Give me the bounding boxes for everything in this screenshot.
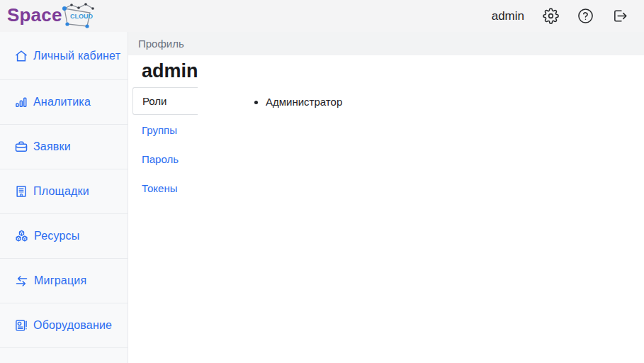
transfer-arrows-icon (14, 274, 29, 289)
current-user-label: admin (492, 9, 524, 23)
main-content: admin Роли Группы Пароль Токены Админист… (128, 55, 644, 363)
briefcase-icon (14, 140, 28, 154)
sidebar-item-label: Заявки (33, 140, 71, 153)
building-icon (14, 184, 28, 199)
sidebar-item-equipment[interactable]: Оборудование (0, 303, 128, 348)
hardware-icon (14, 318, 28, 333)
tab-tokens[interactable]: Токены (132, 174, 198, 203)
app-logo[interactable]: Space CLOUD (7, 1, 97, 31)
sidebar-nav: Личный кабинет Аналитика Заявки (0, 32, 128, 363)
sidebar-item-requests[interactable]: Заявки (0, 125, 128, 169)
sidebar-item-label: Аналитика (33, 96, 91, 108)
sidebar-item-personal-cabinet[interactable]: Личный кабинет (0, 32, 128, 80)
brand-badge-text: CLOUD (70, 13, 93, 20)
help-button[interactable] (577, 8, 594, 24)
sidebar-item-migration[interactable]: Миграция (0, 259, 128, 303)
tab-roles[interactable]: Роли (132, 87, 198, 115)
logout-button[interactable] (612, 8, 629, 24)
role-item: Администратор (266, 95, 644, 108)
cubes-icon (14, 229, 29, 244)
page-title: admin (142, 60, 644, 82)
roles-tab-panel: Администратор (198, 86, 644, 203)
profile-tabs: Роли Группы Пароль Токены (132, 86, 198, 203)
profile-body: Роли Группы Пароль Токены Администратор (128, 86, 644, 203)
sidebar-item-resources[interactable]: Ресурсы (0, 214, 128, 259)
header-actions: admin (492, 8, 629, 24)
breadcrumb-current: Профиль (138, 38, 184, 50)
roles-list: Администратор (198, 95, 644, 108)
settings-button[interactable] (543, 8, 559, 24)
bar-chart-icon (14, 95, 28, 109)
brand-name: Space (7, 1, 62, 29)
cloud-constellation-icon: CLOUD (60, 3, 97, 31)
sidebar-item-label: Миграция (34, 274, 86, 287)
logout-icon (612, 8, 629, 24)
sidebar-item-sites[interactable]: Площадки (0, 169, 128, 214)
tab-groups[interactable]: Группы (132, 116, 198, 145)
app-header: Space CLOUD admin (0, 0, 644, 32)
sidebar-item-label: Оборудование (33, 319, 112, 332)
sidebar-item-label: Личный кабинет (33, 50, 120, 62)
home-icon (14, 49, 28, 63)
breadcrumb: Профиль (128, 32, 644, 55)
sidebar-item-label: Ресурсы (34, 230, 80, 242)
tab-password[interactable]: Пароль (132, 145, 198, 174)
question-circle-icon (577, 8, 594, 24)
sidebar-item-analytics[interactable]: Аналитика (0, 80, 128, 125)
sidebar-item-label: Площадки (33, 185, 89, 198)
gear-icon (543, 8, 559, 24)
